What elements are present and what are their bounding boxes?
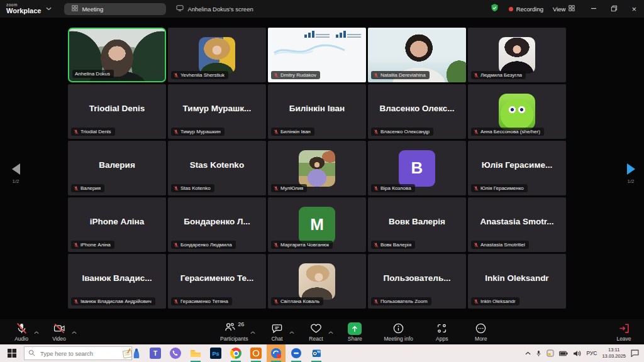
participant-tile[interactable]: Анна Бессонова (she/her) [468,84,566,139]
chevron-up-icon[interactable] [328,326,333,337]
tray-language-indicator[interactable]: РУС [586,350,597,356]
participant-tile[interactable]: Triodial DenisTriodial Denis [68,84,166,139]
windows-taskbar: TPs РУС 13:11 13.03.2025 [0,344,644,362]
taskbar-app-explorer[interactable] [186,344,205,362]
participant-tile[interactable]: Тимур Мурашк...Тимур Мурашкин [168,84,266,139]
toolbar-video-button[interactable]: Video [49,322,69,342]
zoom-workplace-logo: zoom Workplace [6,3,41,15]
taskbar-app-photoshop[interactable]: Ps [206,344,225,362]
participant-tile[interactable]: Stas KotenkoStas Kotenko [168,141,266,195]
participant-label: Анна Бессонова (she/her) [471,128,544,136]
participant-tile[interactable]: Власенко Олекс...Власенко Олександр [368,84,466,139]
close-button[interactable]: × [631,5,636,13]
search-input[interactable] [39,349,128,358]
tab-meeting-label: Meeting [82,6,103,13]
toolbar-react-button[interactable]: React [306,322,326,342]
participant-tile[interactable]: ВалерияВалерия [68,141,166,195]
participant-tile[interactable]: Людмила Безугла [468,28,566,82]
participant-tile[interactable]: Бондаренко Л...Бондаренко Людмила [168,197,266,252]
participant-tile[interactable]: Герасименко Те...Герасименко Тетяна [168,254,266,309]
participant-label: Юлія Герасименко [471,184,528,192]
avatar [299,263,335,300]
toolbar-more-button[interactable]: More [471,322,491,342]
taskbar-app-docs-orange[interactable] [247,344,265,362]
toolbar-participants-label: Participants [220,336,248,342]
participant-label: Билінкін Іван [271,128,314,136]
toolbar-audio-button[interactable]: Audio [11,322,31,342]
toolbar-participants-button[interactable]: 26Participants [220,322,248,342]
participant-tile[interactable]: Іванюк Владис...Іванюк Владислав Андрійо… [68,254,166,309]
participant-tile[interactable]: BВіра Козлова [368,141,466,195]
arrow-left-icon [12,163,20,175]
toolbar-share-label: Share [348,336,362,342]
participant-tile[interactable]: Inkin OleksandrInkin Oleksandr [468,254,566,309]
participant-tile[interactable]: Юлія Герасиме...Юлія Герасименко [468,141,566,195]
taskbar-app-chrome[interactable] [226,344,245,362]
view-button[interactable]: View [553,5,575,13]
chevron-up-icon[interactable] [289,326,294,337]
participant-tile[interactable]: Світлана Коваль [268,254,366,309]
taskbar-app-teams[interactable]: T [146,344,165,362]
recording-indicator[interactable]: Recording [509,6,543,13]
tray-microphone-icon[interactable] [536,350,541,357]
participant-tile[interactable]: Anastasia Smotr...Anastasia Smotritiel [468,197,566,252]
taskbar-app-capture[interactable] [267,344,286,362]
arrow-right-icon [627,163,635,175]
tray-battery-icon[interactable] [559,351,568,356]
participant-tile[interactable]: Yevheniia Sherstiuk [168,28,266,82]
gallery-prev-page[interactable]: 1/2 [6,163,25,184]
participant-tile[interactable]: Вовк ВалеріяВовк Валерія [368,197,466,252]
teams-icon: T [150,348,161,359]
tray-speaker-icon[interactable] [573,350,581,357]
chevron-up-icon[interactable] [34,326,39,337]
start-button[interactable] [0,344,24,362]
tab-meeting[interactable]: Meeting [64,3,166,15]
toolbar-leave-button[interactable]: Leave [614,322,634,342]
muted-mic-icon [74,299,79,304]
tray-clock[interactable]: 13:11 13.03.2025 [602,347,626,359]
toolbar-chat-button[interactable]: Chat [267,322,287,342]
muted-mic-icon [474,73,479,78]
chrome-icon [230,348,242,359]
participant-label: Stas Kotenko [171,184,214,192]
participant-name: Вовк Валерія [370,217,464,226]
action-center-icon[interactable] [631,349,639,357]
participant-grid: Anhelina DokusYevheniia SherstiukDmitry … [68,28,566,309]
toolbar-share-button[interactable]: Share [345,322,365,342]
restore-button[interactable] [611,5,618,13]
toolbar-meeting-info-button[interactable]: Meeting info [384,322,413,342]
taskbar-app-status-blue[interactable] [287,344,306,362]
participant-label: Іванюк Владислав Андрійович [71,297,155,305]
taskbar-app-outlook[interactable] [307,344,326,362]
taskbar-search[interactable] [24,346,132,360]
participant-tile[interactable]: Anhelina Dokus [68,28,166,82]
participant-name: Герасименко Те... [170,273,264,283]
chevron-up-icon[interactable] [250,326,255,337]
avatar: B [399,150,435,187]
chevron-up-icon[interactable] [72,326,77,337]
taskbar-app-viber[interactable] [166,344,185,362]
participant-tile[interactable]: Nataliia Dereviahina [368,28,466,82]
toolbar-leave-label: Leave [616,336,631,342]
participant-label: Герасименко Тетяна [171,297,232,305]
tray-app-icon[interactable] [547,349,554,357]
participant-tile[interactable]: МулЮлия [268,141,366,195]
chevron-down-icon[interactable] [46,7,52,11]
security-shield-icon[interactable] [490,3,499,15]
muted-mic-icon [274,73,279,78]
toolbar-left-group: AudioVideo [11,319,69,344]
participant-tile[interactable]: Пользователь...Пользователь Zoom [368,254,466,309]
participant-tile[interactable]: Билінкін ІванБилінкін Іван [268,84,366,139]
minimize-button[interactable] [591,5,597,13]
toolbar-apps-button[interactable]: Apps [432,322,452,342]
participant-name: Іванюк Владис... [70,273,164,283]
participant-label: Yevheniia Sherstiuk [171,71,228,79]
tab-shared-screen[interactable]: Anhelina Dokus's screen [176,5,253,13]
participant-tile[interactable]: Dmitry Rudakov [268,28,366,82]
participant-tile[interactable]: iPhone АлінаiPhone Аліна [68,197,166,252]
gallery-next-page[interactable]: 1/2 [621,163,640,184]
toolbar-more-label: More [475,336,487,342]
participant-tile[interactable]: MМаргарита Човганюк [268,197,366,252]
gallery-view: Anhelina DokusYevheniia SherstiukDmitry … [0,18,644,319]
tray-chevron-up-icon[interactable] [525,351,531,355]
